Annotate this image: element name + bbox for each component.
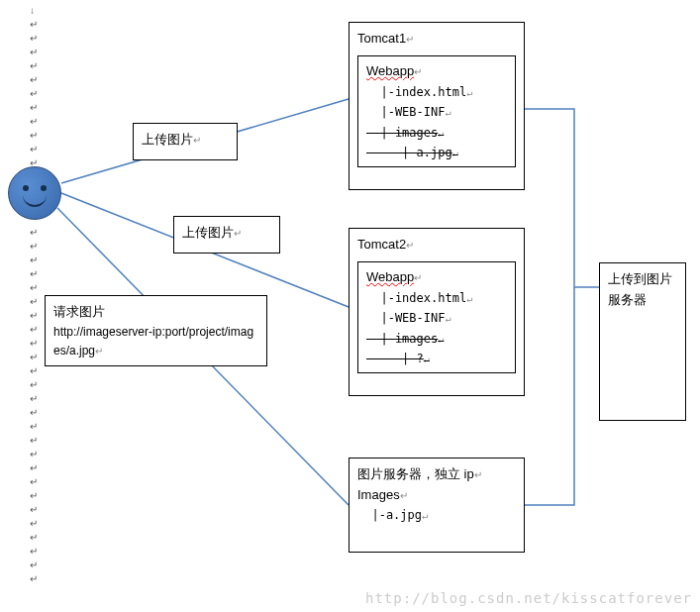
tomcat1-line-0: |-index.html↵ [366, 82, 507, 102]
tomcat1-box: Tomcat1↵ Webapp↵ |-index.html↵ |-WEB-INF… [349, 22, 525, 190]
image-server-title: 图片服务器，独立 ip [357, 466, 474, 481]
image-server-subtitle: Images [357, 487, 400, 502]
tomcat2-webapp: Webapp↵ |-index.html↵ |-WEB-INF↵ | image… [357, 261, 516, 374]
tomcat2-box: Tomcat2↵ Webapp↵ |-index.html↵ |-WEB-INF… [349, 228, 525, 396]
tomcat1-line-2: | images↵ [366, 123, 507, 143]
tomcat2-line-3: | ?↵ [366, 349, 507, 368]
uploadto-line2: 服务器 [608, 290, 677, 311]
request-url-1: http://imageserver-ip:port/project/imag [53, 323, 258, 342]
upload-label-2: 上传图片 [182, 225, 234, 240]
tomcat2-line-0: |-index.html↵ [366, 288, 507, 308]
tomcat1-title: Tomcat1 [357, 31, 406, 46]
uploadto-line1: 上传到图片 [608, 269, 677, 290]
tomcat1-webapp: Webapp↵ |-index.html↵ |-WEB-INF↵ | image… [357, 55, 516, 168]
image-server-box: 图片服务器，独立 ip↵ Images↵ |-a.jpg↵ [349, 458, 525, 553]
image-server-line: |-a.jpg↵ [357, 506, 516, 525]
upload-to-server-box: 上传到图片 服务器 [599, 262, 686, 421]
client-icon [8, 166, 61, 220]
tomcat1-webapp-title: Webapp [366, 63, 414, 78]
watermark: http://blog.csdn.net/kisscatforever [365, 590, 692, 606]
tomcat2-title: Tomcat2 [357, 237, 406, 252]
request-url-2: es/a.jpg [53, 344, 95, 357]
upload-box-1: 上传图片↵ [133, 123, 238, 160]
request-box: 请求图片 http://imageserver-ip:port/project/… [45, 295, 267, 366]
upload-box-2: 上传图片↵ [173, 216, 280, 254]
tomcat1-line-3: | a.jpg↵ [366, 143, 507, 162]
tomcat1-line-1: |-WEB-INF↵ [366, 102, 507, 122]
tomcat2-webapp-title: Webapp [366, 269, 414, 284]
margin-markers: ↓↵↵↵↵↵↵↵↵↵↵↵↵↵↵↵↵↵↵↵↵↵↵↵↵↵↵↵↵↵↵↵↵↵↵↵↵↵ [30, 4, 38, 586]
tomcat2-line-2: | images↵ [366, 329, 507, 349]
tomcat2-line-1: |-WEB-INF↵ [366, 308, 507, 328]
request-title: 请求图片 [53, 302, 258, 323]
upload-label-1: 上传图片 [142, 132, 193, 147]
